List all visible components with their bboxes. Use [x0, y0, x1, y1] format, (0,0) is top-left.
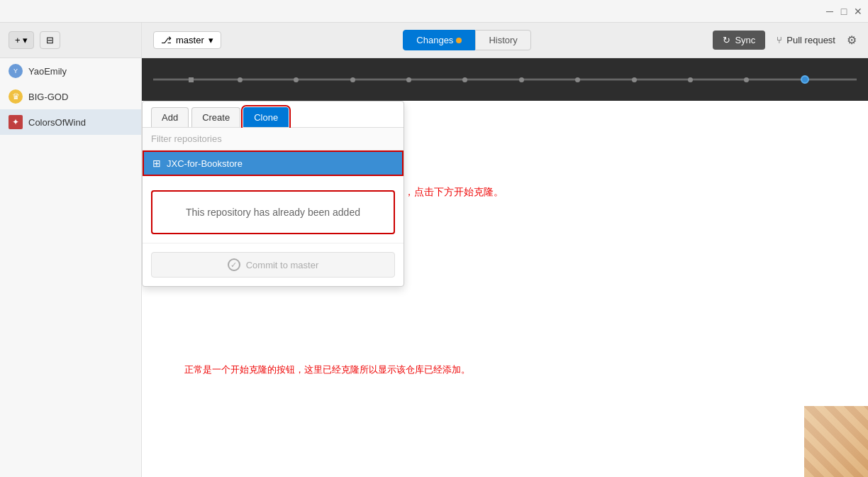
tab-clone[interactable]: Clone	[243, 107, 289, 127]
decorative-image	[804, 406, 868, 477]
sync-icon: ↻	[723, 35, 730, 45]
repo-list: ⊞ JXC-for-Bookstore	[143, 150, 404, 176]
settings-button[interactable]: ⚙	[847, 33, 857, 47]
content-wrapper: 2. 从自己的github上克隆项目，选择团队-项目名称，点击下方开始克隆。 正…	[142, 101, 868, 477]
tab-create[interactable]: Create	[191, 107, 240, 127]
branch-selector[interactable]: ⎇ master ▾	[153, 31, 221, 49]
branch-chevron: ▾	[208, 35, 213, 45]
pr-icon: ⑂	[777, 35, 782, 45]
sidebar: + ▾ ⊟ Y YaoEmily ♛ BIG-GOD ✦ ColorsOfWin…	[0, 23, 142, 477]
annotation-text-2: 正常是一个开始克隆的按钮，这里已经克隆所以显示该仓库已经添加。	[184, 363, 470, 376]
repo-label: JXC-for-Bookstore	[167, 158, 243, 169]
changes-dot	[456, 38, 462, 43]
titlebar: ─ □ ✕	[0, 0, 868, 23]
sidebar-label-yao-emily: YaoEmily	[28, 66, 67, 77]
commit-button[interactable]: ✓ Commit to master	[151, 252, 395, 278]
sidebar-item-yao-emily[interactable]: Y YaoEmily	[0, 58, 141, 84]
pull-request-button[interactable]: ⑂ Pull request	[777, 35, 835, 45]
branch-label: master	[176, 35, 204, 45]
sidebar-item-big-god[interactable]: ♛ BIG-GOD	[0, 84, 141, 109]
sidebar-label-big-god: BIG-GOD	[28, 92, 68, 102]
sidebar-toggle-button[interactable]: ⊟	[40, 31, 60, 49]
repo-icon: ⊞	[152, 158, 161, 169]
right-toolbar: ↻ Sync ⑂ Pull request ⚙	[713, 31, 857, 50]
avatar-big-god: ♛	[9, 89, 23, 104]
add-repo-button[interactable]: + ▾	[9, 31, 34, 49]
sync-button[interactable]: ↻ Sync	[713, 31, 765, 50]
commit-area: ✓ Commit to master	[143, 243, 404, 286]
status-message: This repository has already been added	[186, 207, 360, 218]
sidebar-label-colors-of-wind: ColorsOfWind	[28, 117, 86, 128]
avatar-yao-emily: Y	[9, 64, 23, 78]
dropdown-tab-group: Add Create Clone	[143, 102, 404, 128]
maximize-button[interactable]: □	[840, 7, 848, 16]
close-button[interactable]: ✕	[854, 7, 862, 16]
tab-changes[interactable]: Changes	[403, 30, 475, 50]
main-layout: + ▾ ⊟ Y YaoEmily ♛ BIG-GOD ✦ ColorsOfWin…	[0, 23, 868, 477]
timeline-area	[142, 58, 868, 101]
tab-add[interactable]: Add	[151, 107, 189, 127]
top-toolbar: ⎇ master ▾ Changes History ↻ Sync	[142, 23, 868, 58]
repo-item-jxc[interactable]: ⊞ JXC-for-Bookstore	[143, 150, 404, 176]
minimize-button[interactable]: ─	[825, 7, 834, 16]
branch-icon: ⎇	[161, 35, 172, 45]
commit-label: Commit to master	[246, 260, 319, 270]
avatar-colors-of-wind: ✦	[9, 115, 23, 129]
tab-group: Changes History	[403, 30, 531, 50]
sidebar-item-colors-of-wind[interactable]: ✦ ColorsOfWind	[0, 109, 141, 135]
content-area: ⎇ master ▾ Changes History ↻ Sync	[142, 23, 868, 477]
sync-label: Sync	[735, 35, 755, 45]
sidebar-repos: Y YaoEmily ♛ BIG-GOD ✦ ColorsOfWind	[0, 58, 141, 477]
sidebar-toolbar: + ▾ ⊟	[0, 23, 141, 58]
app-window: ─ □ ✕ + ▾ ⊟ Y YaoEmily ♛ BIG-GOD ✦	[0, 0, 868, 477]
tab-history[interactable]: History	[475, 30, 530, 50]
pr-label: Pull request	[786, 35, 835, 45]
commit-check-icon: ✓	[228, 258, 240, 271]
clone-dropdown: Add Create Clone ⊞ JXC-for-Bookstore	[142, 101, 404, 287]
filter-input[interactable]	[143, 128, 404, 150]
image-inner	[804, 406, 868, 477]
